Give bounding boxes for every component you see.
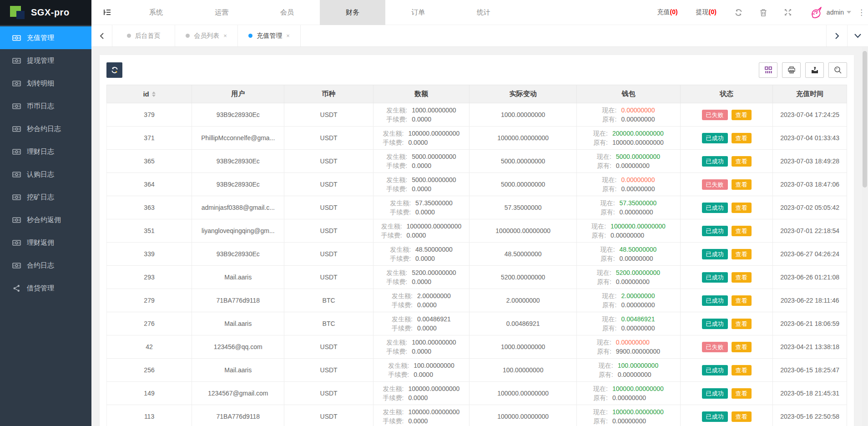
- view-button[interactable]: 查看: [732, 203, 752, 213]
- view-button[interactable]: 查看: [732, 319, 752, 329]
- tab-3[interactable]: 充值管理×: [238, 25, 301, 46]
- topnav-item-3[interactable]: 会员: [254, 0, 320, 25]
- topnav-item-4[interactable]: 财务: [320, 0, 385, 25]
- wallet-now-label: 现在:: [597, 338, 611, 347]
- cell-change: 1000.00000000: [469, 335, 577, 359]
- status-badge: 已成功: [702, 226, 728, 236]
- more-options-icon[interactable]: ⋮: [858, 9, 865, 16]
- view-button[interactable]: 查看: [732, 388, 752, 399]
- view-button[interactable]: 查看: [732, 365, 752, 375]
- sidebar-item-11[interactable]: 合约日志: [0, 254, 91, 277]
- tabs-scroll-right-icon[interactable]: [826, 25, 847, 46]
- sidebar-item-label: 借贷管理: [27, 284, 54, 293]
- wallet-now-label: 现在:: [601, 198, 615, 208]
- topnav-item-2[interactable]: 运营: [189, 0, 254, 25]
- sidebar-item-6[interactable]: 理财日志: [0, 140, 91, 163]
- sidebar-item-4[interactable]: 币币日志: [0, 95, 91, 117]
- occur-label: 发生额:: [386, 106, 407, 115]
- print-button[interactable]: [782, 62, 801, 78]
- cell-id: 371: [107, 127, 192, 150]
- withdraw-counter-link[interactable]: 提现(0): [696, 8, 717, 16]
- wallet-orig-label: 原有:: [602, 300, 617, 309]
- status-badge: 已失败: [702, 179, 728, 190]
- status-badge: 已失败: [702, 110, 728, 120]
- search-button[interactable]: [828, 62, 847, 78]
- cell-change: 100000.00000000: [469, 405, 577, 426]
- avatar[interactable]: [809, 5, 823, 19]
- sidebar-item-9[interactable]: 秒合约返佣: [0, 208, 91, 231]
- topnav-item-6[interactable]: 统计: [451, 0, 516, 25]
- cell-user: 71BA776d9118: [192, 405, 284, 426]
- user-menu[interactable]: admin: [827, 9, 851, 16]
- tab-label: 后台首页: [135, 32, 161, 40]
- cell-wallet: 现在:48.50000000 原有:0.00000000: [577, 243, 681, 266]
- cell-time: 2023-07-02 05:05:42: [773, 196, 847, 219]
- view-button[interactable]: 查看: [732, 411, 752, 422]
- refresh-icon[interactable]: [735, 9, 742, 16]
- view-button[interactable]: 查看: [732, 226, 752, 236]
- trash-icon[interactable]: [760, 9, 767, 16]
- view-button[interactable]: 查看: [732, 156, 752, 167]
- tab-1[interactable]: 后台首页: [112, 25, 175, 46]
- sidebar-item-8[interactable]: 挖矿日志: [0, 186, 91, 208]
- table-row: 379 93B9c28930Ec USDT 发生额:1000.00000000 …: [107, 103, 847, 127]
- app-title: SGX-pro: [31, 7, 70, 18]
- fullscreen-icon[interactable]: [784, 9, 792, 16]
- column-header-amount: 数额: [373, 85, 469, 103]
- fee-label: 手续费:: [383, 138, 404, 147]
- view-button[interactable]: 查看: [732, 133, 752, 143]
- sidebar-item-label: 认购日志: [27, 170, 54, 179]
- username: admin: [827, 9, 844, 16]
- column-header-id: id: [107, 85, 192, 103]
- view-button[interactable]: 查看: [732, 179, 752, 190]
- cell-time: 2023-06-26 01:21:08: [773, 266, 847, 289]
- vertical-scrollbar[interactable]: [862, 47, 868, 426]
- view-button[interactable]: 查看: [732, 342, 752, 352]
- scrollbar-thumb[interactable]: [863, 51, 867, 188]
- tab-close-icon[interactable]: ×: [286, 32, 290, 39]
- cell-amount: 发生额:48.50000000 手续费:0.0000: [373, 243, 469, 266]
- cell-id: 279: [107, 289, 192, 312]
- topnav-item-5[interactable]: 订单: [385, 0, 451, 25]
- view-button[interactable]: 查看: [732, 272, 752, 283]
- sidebar-item-label: 理财返佣: [27, 238, 54, 247]
- recharge-counter-link[interactable]: 充值(0): [657, 8, 678, 16]
- toggle-columns-button[interactable]: [759, 62, 777, 78]
- view-button[interactable]: 查看: [732, 295, 752, 306]
- sidebar-item-10[interactable]: 理财返佣: [0, 231, 91, 254]
- topnav-item-1[interactable]: 系统: [123, 0, 189, 25]
- tab-2[interactable]: 会员列表×: [175, 25, 238, 46]
- wallet-now-label: 现在:: [602, 291, 617, 300]
- sidebar-item-3[interactable]: 划转明细: [0, 72, 91, 95]
- cell-id: 113: [107, 405, 192, 426]
- tabs-scroll-left-icon[interactable]: [91, 25, 112, 46]
- view-button[interactable]: 查看: [732, 110, 752, 120]
- tab-close-icon[interactable]: ×: [223, 32, 227, 39]
- table-refresh-button[interactable]: [106, 62, 122, 78]
- sidebar-item-12[interactable]: 借贷管理: [0, 277, 91, 299]
- sidebar-item-7[interactable]: 认购日志: [0, 163, 91, 186]
- cell-id: 293: [107, 266, 192, 289]
- export-button[interactable]: [805, 62, 824, 78]
- cell-user: 1234567@gmail.com: [192, 382, 284, 405]
- wallet-orig-label: 原有:: [602, 324, 617, 333]
- cell-wallet: 现在:200000.00000000 原有:100000.00000000: [577, 127, 681, 150]
- tabs-list-icon[interactable]: [847, 25, 868, 46]
- cell-user: Mail.aaris: [192, 266, 284, 289]
- cell-id: 379: [107, 103, 192, 127]
- cell-amount: 发生额:57.35000000 手续费:0.0000: [373, 196, 469, 219]
- sidebar-item-2[interactable]: 提现管理: [0, 49, 91, 72]
- occur-label: 发生额:: [390, 245, 411, 254]
- cell-user: adminjasf0388@gmail.c...: [192, 196, 284, 219]
- menu-collapse-icon[interactable]: [91, 8, 123, 17]
- recharge-table-card: id 用户 币种 数额 实际变动 钱包 状态 充值时间 379: [100, 55, 854, 426]
- wallet-orig-label: 原有:: [593, 416, 608, 426]
- column-header-coin: 币种: [284, 85, 373, 103]
- sidebar-item-1[interactable]: 充值管理: [0, 26, 91, 49]
- id-sort-control[interactable]: [152, 91, 156, 97]
- wallet-now-label: 现在:: [591, 222, 606, 231]
- cell-change: 0.00486921: [469, 312, 577, 335]
- sidebar-item-5[interactable]: 秒合约日志: [0, 117, 91, 140]
- tab-dot-icon: [127, 34, 131, 38]
- view-button[interactable]: 查看: [732, 249, 752, 259]
